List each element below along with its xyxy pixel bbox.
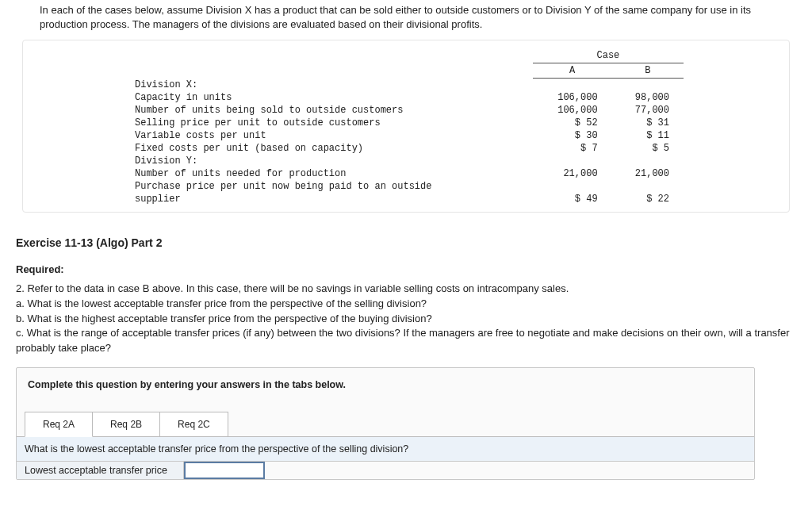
answer-region: Complete this question by entering your … — [16, 367, 755, 480]
tab-bar: Req 2A Req 2B Req 2C — [17, 411, 754, 436]
tab-req-2c[interactable]: Req 2C — [159, 412, 228, 437]
required-label: Required: — [16, 263, 796, 275]
units-needed-a: 21,000 — [533, 167, 612, 180]
tab-2a-prompt: What is the lowest acceptable transfer p… — [17, 437, 754, 462]
lowest-price-input[interactable] — [184, 462, 265, 479]
variable-cost-label: Variable costs per unit — [128, 129, 533, 142]
purchase-price-a: $ 49 — [533, 193, 612, 205]
capacity-label: Capacity in units — [128, 91, 533, 104]
case-header: Case — [533, 48, 684, 63]
purchase-price-label-2: supplier — [128, 193, 533, 205]
case-data-box: Case A B Division X: Capacity in units10… — [22, 40, 790, 213]
sold-label: Number of units being sold to outside cu… — [128, 104, 533, 117]
lowest-price-label: Lowest acceptable transfer price — [17, 462, 184, 479]
sold-b: 77,000 — [612, 104, 684, 117]
purchase-price-label-1: Purchase price per unit now being paid t… — [128, 180, 533, 193]
case-table: Case A B Division X: Capacity in units10… — [128, 48, 684, 205]
complete-instruction: Complete this question by entering your … — [17, 368, 754, 411]
capacity-a: 106,000 — [533, 91, 612, 104]
fixed-cost-label: Fixed costs per unit (based on capacity) — [128, 142, 533, 155]
fixed-cost-b: $ 5 — [612, 142, 684, 155]
variable-cost-a: $ 30 — [533, 129, 612, 142]
tab-req-2a[interactable]: Req 2A — [25, 412, 93, 437]
sold-a: 106,000 — [533, 104, 612, 117]
selling-price-b: $ 31 — [612, 117, 684, 129]
tab-req-2b[interactable]: Req 2B — [92, 412, 160, 437]
units-needed-label: Number of units needed for production — [128, 167, 533, 180]
col-b-header: B — [612, 63, 684, 79]
tab-content-2a: What is the lowest acceptable transfer p… — [17, 436, 754, 479]
variable-cost-b: $ 11 — [612, 129, 684, 142]
units-needed-b: 21,000 — [612, 167, 684, 180]
capacity-b: 98,000 — [612, 91, 684, 104]
division-y-label: Division Y: — [128, 155, 533, 167]
division-x-label: Division X: — [128, 79, 533, 91]
col-a-header: A — [533, 63, 612, 79]
fixed-cost-a: $ 7 — [533, 142, 612, 155]
selling-price-a: $ 52 — [533, 117, 612, 129]
purchase-price-b: $ 22 — [612, 193, 684, 205]
required-text: 2. Refer to the data in case B above. In… — [16, 282, 796, 356]
exercise-title: Exercise 11-13 (Algo) Part 2 — [16, 236, 796, 249]
selling-price-label: Selling price per unit to outside custom… — [128, 117, 533, 129]
intro-text: In each of the cases below, assume Divis… — [16, 0, 796, 40]
